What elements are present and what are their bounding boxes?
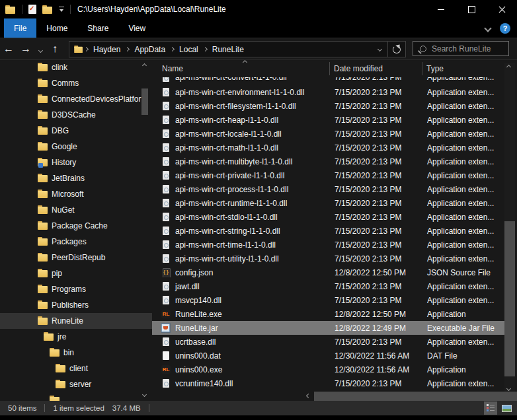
sidebar-item-partial[interactable] xyxy=(0,392,152,401)
sidebar-item-server[interactable]: server xyxy=(0,376,152,392)
file-row[interactable]: api-ms-win-crt-time-l1-1-0.dll7/15/2020 … xyxy=(152,238,504,252)
file-row[interactable]: unins000.exe12/30/2022 11:56 AMApplicati… xyxy=(152,363,504,376)
scroll-left-icon[interactable] xyxy=(306,394,311,398)
file-name: api-ms-win-crt-math-l1-1-0.dll xyxy=(175,143,278,153)
file-row[interactable]: api-ms-win-crt-utility-l1-1-0.dll7/15/20… xyxy=(152,252,504,265)
file-list-scrollbar[interactable] xyxy=(504,63,515,393)
file-row[interactable]: api-ms-win-crt-string-l1-1-0.dll7/15/202… xyxy=(152,224,504,238)
file-row[interactable]: api-ms-win-crt-math-l1-1-0.dll7/15/2020 … xyxy=(152,141,504,155)
sidebar-item-nuget[interactable]: NuGet xyxy=(0,202,152,218)
file-row[interactable]: api-ms-win-crt-multibyte-l1-1-0.dll7/15/… xyxy=(152,155,504,168)
up-button[interactable]: ↑ xyxy=(46,44,63,54)
file-row[interactable]: api-ms-win-crt-environment-l1-1-0.dll7/1… xyxy=(152,85,504,99)
tab-share[interactable]: Share xyxy=(77,18,118,38)
sidebar-item-label: Microsoft xyxy=(52,190,84,199)
file-row[interactable]: RuneLite.exe12/8/2022 12:50 PMApplicatio… xyxy=(152,307,504,321)
new-folder-icon[interactable] xyxy=(42,5,53,14)
folder-icon xyxy=(38,94,48,104)
file-row[interactable]: api-ms-win-crt-private-l1-1-0.dll7/15/20… xyxy=(152,168,504,182)
column-header-date-modified[interactable]: Date modified xyxy=(334,59,383,77)
address-bar[interactable]: Hayden AppData Local RuneLite xyxy=(69,41,406,57)
thumbnail-view-icon xyxy=(502,405,512,412)
recent-locations-chevron-icon[interactable] xyxy=(34,44,46,54)
forward-button[interactable]: → xyxy=(17,44,34,54)
sidebar-item-jetbrains[interactable]: JetBrains xyxy=(0,170,152,186)
file-date-modified: 7/15/2020 2:13 PM xyxy=(329,282,422,291)
tab-view[interactable]: View xyxy=(118,18,155,38)
back-button[interactable]: ← xyxy=(0,44,17,54)
scrollbar-thumb[interactable] xyxy=(141,88,148,115)
scroll-up-icon[interactable] xyxy=(506,65,511,69)
file-name: api-ms-win-crt-utility-l1-1-0.dll xyxy=(175,254,279,263)
sidebar-item-bin[interactable]: bin xyxy=(0,345,152,361)
sidebar-item-package-cache[interactable]: Package Cache xyxy=(0,218,152,234)
file-name: api-ms-win-crt-filesystem-l1-1-0.dll xyxy=(175,102,296,111)
sidebar-item-publishers[interactable]: Publishers xyxy=(0,297,152,313)
dll-file-icon xyxy=(161,170,171,180)
sidebar-item-label: NuGet xyxy=(52,205,75,215)
file-date-modified: 7/15/2020 2:13 PM xyxy=(329,129,422,139)
tab-home[interactable]: Home xyxy=(36,18,77,38)
sidebar-item-client[interactable]: client xyxy=(0,361,152,376)
folder-icon xyxy=(38,174,48,183)
column-header-type[interactable]: Type xyxy=(426,59,444,77)
file-row[interactable]: RuneLite.jar12/8/2022 12:49 PMExecutable… xyxy=(152,321,504,335)
minimize-button[interactable] xyxy=(426,0,456,18)
sidebar-item-dbg[interactable]: DBG xyxy=(0,123,152,139)
sidebar-item-peerdistrepub[interactable]: PeerDistRepub xyxy=(0,250,152,265)
file-row[interactable]: vcruntime140.dll7/15/2020 2:13 PMApplica… xyxy=(152,376,504,390)
sidebar-item-clink[interactable]: clink xyxy=(0,59,152,75)
close-button[interactable] xyxy=(487,0,517,18)
help-icon[interactable]: ? xyxy=(500,23,510,34)
refresh-button[interactable] xyxy=(388,42,405,57)
sidebar-item-pip[interactable]: pip xyxy=(0,265,152,281)
file-row[interactable]: jawt.dll7/15/2020 2:13 PMApplication ext… xyxy=(152,279,504,293)
file-row[interactable]: api-ms-win-crt-runtime-l1-1-0.dll7/15/20… xyxy=(152,196,504,210)
scrollbar-thumb[interactable] xyxy=(314,392,517,401)
breadcrumb-hayden[interactable]: Hayden xyxy=(89,45,125,54)
column-header-name[interactable]: Name xyxy=(162,59,183,77)
file-row[interactable]: api-ms-win-crt-heap-l1-1-0.dll7/15/2020 … xyxy=(152,113,504,127)
sidebar-item-jre[interactable]: jre xyxy=(0,329,152,345)
file-row[interactable]: api-ms-win-crt-process-l1-1-0.dll7/15/20… xyxy=(152,182,504,196)
quick-access-toolbar-chevron-icon[interactable] xyxy=(59,7,64,13)
properties-icon[interactable] xyxy=(28,5,36,14)
column-divider[interactable] xyxy=(329,62,330,75)
search-box[interactable]: Search RuneLite xyxy=(413,41,509,56)
horizontal-scrollbar[interactable] xyxy=(304,392,517,401)
thumbnail-view-button[interactable] xyxy=(500,402,513,415)
file-row[interactable]: ucrtbase.dll7/15/2020 2:13 PMApplication… xyxy=(152,335,504,349)
file-row[interactable]: config.json12/8/2022 12:50 PMJSON Source… xyxy=(152,265,504,279)
details-view-button[interactable] xyxy=(484,402,497,415)
ribbon-collapse-chevron-icon[interactable] xyxy=(484,24,491,32)
scroll-down-icon[interactable] xyxy=(506,386,511,391)
sidebar-item-d3dscache[interactable]: D3DSCache xyxy=(0,107,152,123)
breadcrumb-appdata[interactable]: AppData xyxy=(130,45,170,54)
file-row[interactable]: api-ms-win-crt-filesystem-l1-1-0.dll7/15… xyxy=(152,99,504,113)
file-row[interactable]: api-ms-win-crt-convert-l1-1-0.dll7/15/20… xyxy=(152,77,504,85)
breadcrumb-local[interactable]: Local xyxy=(175,45,203,54)
sidebar-item-google[interactable]: Google xyxy=(0,139,152,155)
sidebar-item-runelite[interactable]: RuneLite xyxy=(0,313,152,329)
breadcrumb-runelite[interactable]: RuneLite xyxy=(208,45,249,54)
address-dropdown-chevron-icon[interactable] xyxy=(372,42,387,57)
file-row[interactable]: api-ms-win-crt-locale-l1-1-0.dll7/15/202… xyxy=(152,127,504,141)
sidebar-item-packages[interactable]: Packages xyxy=(0,234,152,250)
file-row[interactable]: msvcp140.dll7/15/2020 2:13 PMApplication… xyxy=(152,293,504,307)
column-divider[interactable] xyxy=(422,62,422,75)
maximize-button[interactable] xyxy=(456,0,487,18)
sidebar-item-comms[interactable]: Comms xyxy=(0,75,152,91)
folder-icon xyxy=(38,79,48,88)
sidebar-item-connecteddevicesplatfor[interactable]: ConnectedDevicesPlatfor xyxy=(0,91,152,107)
scrollbar-thumb[interactable] xyxy=(504,221,515,376)
sidebar-item-history[interactable]: History xyxy=(0,155,152,170)
file-row[interactable]: api-ms-win-crt-stdio-l1-1-0.dll7/15/2020… xyxy=(152,210,504,224)
sidebar-item-microsoft[interactable]: Microsoft xyxy=(0,186,152,202)
sidebar-scrollbar[interactable] xyxy=(140,63,150,398)
dll-file-icon xyxy=(161,77,171,83)
file-row[interactable]: unins000.dat12/30/2022 11:56 AMDAT File xyxy=(152,349,504,363)
scroll-up-icon[interactable] xyxy=(142,63,147,68)
scroll-down-icon[interactable] xyxy=(142,392,147,397)
sidebar-item-programs[interactable]: Programs xyxy=(0,281,152,297)
tab-file[interactable]: File xyxy=(4,18,36,38)
